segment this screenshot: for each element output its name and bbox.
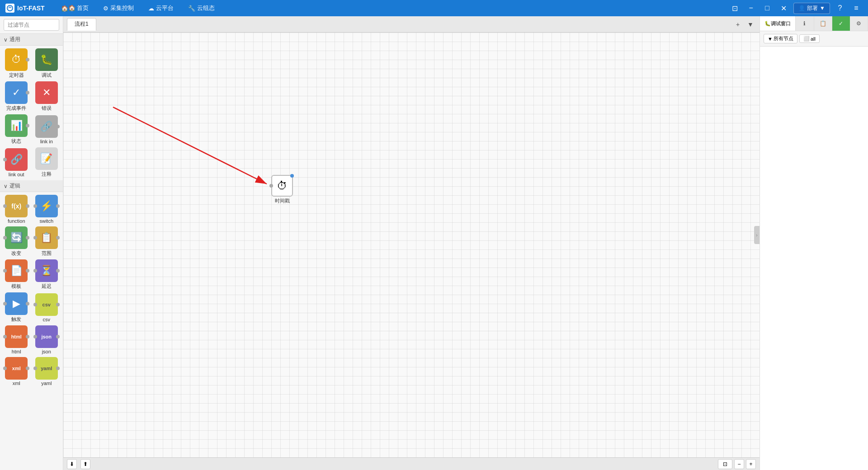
info-tab[interactable]: ℹ — [796, 16, 814, 31]
xml-icon: xml — [12, 366, 21, 371]
main-layout: ∨ 通用 ⏱ 定时器 🐛 调试 ✓ — [0, 16, 868, 470]
yaml-icon: yaml — [41, 366, 52, 371]
link-in-label: link in — [40, 139, 53, 144]
xml-label: xml — [13, 381, 20, 386]
general-nodes-grid: ⏱ 定时器 🐛 调试 ✓ 完成事件 ✕ — [0, 46, 63, 180]
nav-max-icon[interactable]: □ — [761, 2, 774, 14]
html-right-dot — [26, 335, 29, 338]
tabs-bar: 流程1 + ▼ — [63, 16, 760, 33]
nav-collect[interactable]: ⚙ 采集控制 — [96, 0, 141, 16]
node-status[interactable]: 📊 状态 — [2, 113, 31, 146]
canvas-node-timestamp[interactable]: ⏱ 时间戳 — [271, 175, 293, 204]
canvas[interactable]: ⏱ 时间戳 — [63, 33, 760, 457]
csv-left-dot — [33, 303, 37, 306]
zoom-minus-button[interactable]: − — [734, 459, 744, 469]
node-comment[interactable]: 📝 注释 — [32, 146, 61, 179]
user-icon: 👤 — [798, 5, 805, 11]
range-icon: 📋 — [40, 232, 52, 244]
node-trigger[interactable]: ▶ 触发 — [2, 291, 31, 324]
function-right-dot — [26, 204, 29, 208]
sidebar-search-container — [0, 16, 63, 34]
comment-icon: 📝 — [40, 153, 52, 164]
top-nav: IoT-FAST 🏠 🏠 首页 ⚙ 采集控制 ☁ 云平台 🔧 云组态 ⊡ − □… — [0, 0, 868, 16]
filter-nodes-button[interactable]: ▼ 所有节点 — [764, 34, 797, 43]
add-tab-button[interactable]: + — [732, 19, 743, 30]
zoom-fit-button[interactable]: ⊡ — [718, 459, 732, 469]
error-label: 错误 — [42, 105, 52, 112]
nav-resize-icon[interactable]: ⊡ — [728, 2, 741, 14]
link-out-left-dot — [3, 158, 7, 161]
right-panel-tabs: 🐛 调试窗口 ℹ 📋 ✓ ⚙ — [760, 16, 868, 31]
logic-nodes-grid: f(x) function ⚡ switch 🔄 — [0, 192, 63, 389]
node-link-in[interactable]: 🔗 link in — [32, 113, 61, 146]
template-left-dot — [3, 269, 7, 273]
trigger-label: 触发 — [11, 316, 21, 323]
change-right-dot — [26, 236, 29, 240]
node-yaml[interactable]: yaml yaml — [32, 356, 61, 387]
node-link-out[interactable]: 🔗 link out — [2, 146, 31, 179]
all-button[interactable]: ⬜ all — [799, 34, 820, 43]
section-logic[interactable]: ∨ 逻辑 — [0, 180, 63, 192]
node-function[interactable]: f(x) function — [2, 194, 31, 225]
panel-handle[interactable]: › — [754, 226, 760, 244]
dropdown-icon: ▼ — [820, 5, 825, 11]
template-icon: 📄 — [10, 265, 23, 277]
node-timer[interactable]: ⏱ 定时器 — [2, 47, 31, 80]
template-label: 模板 — [11, 283, 21, 290]
zoom-plus-button[interactable]: + — [746, 459, 756, 469]
tab-flow1[interactable]: 流程1 — [67, 18, 96, 31]
delay-label: 延迟 — [42, 283, 52, 290]
range-label: 范围 — [42, 250, 52, 257]
section-general[interactable]: ∨ 通用 — [0, 34, 63, 46]
debug-window-icon: 🐛 — [764, 21, 771, 27]
help-icon[interactable]: ? — [834, 2, 846, 14]
node-change[interactable]: 🔄 改变 — [2, 226, 31, 258]
nav-home[interactable]: 🏠 🏠 首页 — [54, 0, 96, 16]
check-tab[interactable]: ✓ — [832, 16, 850, 31]
yaml-right-dot — [56, 367, 60, 370]
node-html[interactable]: html html — [2, 324, 31, 355]
nav-min-icon[interactable]: − — [745, 2, 757, 14]
json-left-dot — [33, 335, 37, 338]
comment-label: 注释 — [42, 171, 52, 178]
node-error[interactable]: ✕ 错误 — [32, 80, 61, 113]
menu-icon[interactable]: ≡ — [850, 2, 863, 14]
info-icon: ℹ — [803, 20, 806, 27]
copy-tab[interactable]: 📋 — [814, 16, 832, 31]
collect-icon: ⚙ — [103, 5, 108, 12]
settings-tab[interactable]: ⚙ — [850, 16, 868, 31]
red-arrow — [63, 33, 760, 457]
html-left-dot — [3, 335, 7, 338]
user-deploy-button[interactable]: 👤 部署 ▼ — [793, 3, 830, 14]
nav-cloud[interactable]: ☁ 云平台 — [141, 0, 181, 16]
csv-right-dot — [56, 303, 60, 306]
node-template[interactable]: 📄 模板 — [2, 258, 31, 291]
nav-close-icon[interactable]: ✕ — [777, 2, 790, 14]
node-complete[interactable]: ✓ 完成事件 — [2, 80, 31, 113]
scroll-up-button[interactable]: ⬆ — [80, 459, 90, 469]
node-json[interactable]: json json — [32, 324, 61, 355]
node-delay[interactable]: ⏳ 延迟 — [32, 258, 61, 291]
tab-dropdown-button[interactable]: ▼ — [745, 19, 756, 30]
function-left-dot — [3, 204, 7, 208]
node-switch[interactable]: ⚡ switch — [32, 194, 61, 225]
right-panel-content — [760, 47, 868, 470]
node-csv[interactable]: csv csv — [32, 291, 61, 324]
scroll-down-button[interactable]: ⬇ — [67, 459, 77, 469]
switch-left-dot — [33, 204, 37, 208]
node-xml[interactable]: xml xml — [2, 356, 31, 387]
timestamp-selected-indicator — [290, 174, 294, 178]
json-right-dot — [56, 335, 60, 338]
search-input[interactable] — [4, 19, 59, 31]
delay-icon: ⏳ — [40, 265, 52, 277]
xml-right-dot — [26, 367, 29, 370]
logic-collapse-icon: ∨ — [4, 183, 8, 189]
nav-config[interactable]: 🔧 云组态 — [181, 0, 222, 16]
link-out-icon: 🔗 — [10, 154, 23, 165]
node-debug[interactable]: 🐛 调试 — [32, 47, 61, 80]
delay-right-dot — [56, 269, 60, 273]
debug-window-tab[interactable]: 🐛 调试窗口 — [760, 16, 796, 31]
node-range[interactable]: 📋 范围 — [32, 226, 61, 258]
timestamp-left-port — [269, 184, 273, 188]
timer-node-icon: ⏱ — [11, 54, 21, 66]
